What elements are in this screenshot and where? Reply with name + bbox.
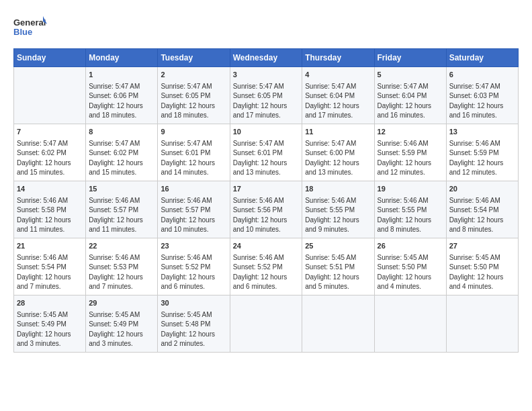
day-number: 20 [449, 184, 515, 195]
calendar-cell: 2Sunrise: 5:47 AMSunset: 6:05 PMDaylight… [158, 67, 230, 124]
weekday-header-tuesday: Tuesday [158, 49, 230, 67]
calendar-cell: 6Sunrise: 5:47 AMSunset: 6:03 PMDaylight… [446, 67, 518, 124]
calendar-cell: 20Sunrise: 5:46 AMSunset: 5:54 PMDayligh… [446, 181, 518, 238]
logo-svg: General Blue [13, 13, 47, 42]
day-number: 11 [305, 127, 371, 138]
calendar-cell: 11Sunrise: 5:47 AMSunset: 6:00 PMDayligh… [302, 124, 374, 181]
day-number: 17 [233, 184, 300, 195]
day-number: 24 [233, 241, 300, 252]
day-number: 23 [161, 241, 226, 252]
day-number: 18 [305, 184, 371, 195]
calendar-cell: 26Sunrise: 5:45 AMSunset: 5:50 PMDayligh… [374, 238, 446, 295]
calendar-cell [374, 295, 446, 352]
calendar-cell: 7Sunrise: 5:47 AMSunset: 6:02 PMDaylight… [14, 124, 86, 181]
calendar-cell: 14Sunrise: 5:46 AMSunset: 5:58 PMDayligh… [14, 181, 86, 238]
calendar-cell: 29Sunrise: 5:45 AMSunset: 5:49 PMDayligh… [86, 295, 158, 352]
day-number: 16 [161, 184, 226, 195]
svg-text:General: General [13, 17, 46, 28]
day-number: 10 [233, 127, 300, 138]
calendar-cell: 27Sunrise: 5:45 AMSunset: 5:50 PMDayligh… [446, 238, 518, 295]
weekday-header-thursday: Thursday [302, 49, 374, 67]
page-header: General Blue [13, 13, 519, 42]
calendar-cell [302, 295, 374, 352]
calendar-cell [230, 295, 302, 352]
day-number: 26 [378, 241, 443, 252]
svg-text:Blue: Blue [13, 27, 32, 37]
calendar-cell: 8Sunrise: 5:47 AMSunset: 6:02 PMDaylight… [86, 124, 158, 181]
day-number: 4 [305, 70, 371, 81]
calendar-cell: 17Sunrise: 5:46 AMSunset: 5:56 PMDayligh… [230, 181, 302, 238]
day-number: 19 [378, 184, 443, 195]
day-number: 6 [449, 70, 515, 81]
day-number: 28 [17, 298, 83, 309]
day-number: 30 [161, 298, 226, 309]
calendar-table: SundayMondayTuesdayWednesdayThursdayFrid… [13, 48, 519, 353]
calendar-cell: 22Sunrise: 5:46 AMSunset: 5:53 PMDayligh… [86, 238, 158, 295]
calendar-cell: 24Sunrise: 5:46 AMSunset: 5:52 PMDayligh… [230, 238, 302, 295]
day-number: 25 [305, 241, 371, 252]
day-number: 29 [89, 298, 154, 309]
day-number: 15 [89, 184, 154, 195]
calendar-cell: 12Sunrise: 5:46 AMSunset: 5:59 PMDayligh… [374, 124, 446, 181]
day-number: 27 [449, 241, 515, 252]
calendar-cell: 19Sunrise: 5:46 AMSunset: 5:55 PMDayligh… [374, 181, 446, 238]
calendar-cell: 15Sunrise: 5:46 AMSunset: 5:57 PMDayligh… [86, 181, 158, 238]
calendar-cell: 1Sunrise: 5:47 AMSunset: 6:06 PMDaylight… [86, 67, 158, 124]
calendar-cell: 4Sunrise: 5:47 AMSunset: 6:04 PMDaylight… [302, 67, 374, 124]
calendar-cell: 21Sunrise: 5:46 AMSunset: 5:54 PMDayligh… [14, 238, 86, 295]
calendar-cell: 30Sunrise: 5:45 AMSunset: 5:48 PMDayligh… [158, 295, 230, 352]
day-number: 12 [378, 127, 443, 138]
day-number: 7 [17, 127, 83, 138]
calendar-cell: 10Sunrise: 5:47 AMSunset: 6:01 PMDayligh… [230, 124, 302, 181]
weekday-header-sunday: Sunday [14, 49, 86, 67]
day-number: 13 [449, 127, 515, 138]
day-number: 1 [89, 70, 154, 81]
calendar-cell [14, 67, 86, 124]
calendar-cell: 13Sunrise: 5:46 AMSunset: 5:59 PMDayligh… [446, 124, 518, 181]
day-number: 3 [233, 70, 300, 81]
calendar-cell: 25Sunrise: 5:45 AMSunset: 5:51 PMDayligh… [302, 238, 374, 295]
calendar-cell: 28Sunrise: 5:45 AMSunset: 5:49 PMDayligh… [14, 295, 86, 352]
weekday-header-wednesday: Wednesday [230, 49, 302, 67]
calendar-cell: 5Sunrise: 5:47 AMSunset: 6:04 PMDaylight… [374, 67, 446, 124]
day-number: 9 [161, 127, 226, 138]
calendar-cell [446, 295, 518, 352]
calendar-cell: 23Sunrise: 5:46 AMSunset: 5:52 PMDayligh… [158, 238, 230, 295]
logo: General Blue [13, 13, 47, 42]
weekday-header-saturday: Saturday [446, 49, 518, 67]
day-number: 21 [17, 241, 83, 252]
day-number: 14 [17, 184, 83, 195]
day-number: 22 [89, 241, 154, 252]
weekday-header-friday: Friday [374, 49, 446, 67]
weekday-header-monday: Monday [86, 49, 158, 67]
calendar-cell: 16Sunrise: 5:46 AMSunset: 5:57 PMDayligh… [158, 181, 230, 238]
day-number: 8 [89, 127, 154, 138]
calendar-cell: 18Sunrise: 5:46 AMSunset: 5:55 PMDayligh… [302, 181, 374, 238]
calendar-cell: 9Sunrise: 5:47 AMSunset: 6:01 PMDaylight… [158, 124, 230, 181]
day-number: 5 [378, 70, 443, 81]
day-number: 2 [161, 70, 226, 81]
calendar-cell: 3Sunrise: 5:47 AMSunset: 6:05 PMDaylight… [230, 67, 302, 124]
